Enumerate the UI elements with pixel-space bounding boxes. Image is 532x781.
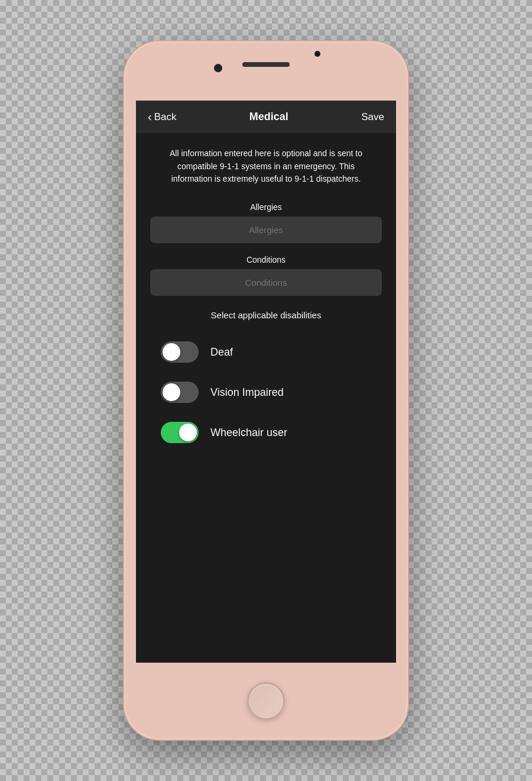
screen-content: All information entered here is optional… bbox=[136, 133, 396, 663]
save-button[interactable]: Save bbox=[361, 111, 384, 123]
deaf-toggle-item: Deaf bbox=[156, 332, 376, 372]
back-chevron-icon: ‹ bbox=[148, 110, 152, 124]
phone-bottom bbox=[124, 663, 408, 740]
allergies-section: Allergies bbox=[150, 202, 382, 243]
speaker bbox=[242, 62, 290, 67]
phone-device: ‹ Back Medical Save All information ente… bbox=[124, 41, 408, 740]
vision-impaired-toggle-knob bbox=[163, 383, 180, 401]
wheelchair-toggle-knob bbox=[179, 424, 197, 441]
vision-impaired-toggle-item: Vision Impaired bbox=[156, 372, 376, 412]
allergies-label: Allergies bbox=[150, 202, 382, 212]
back-button[interactable]: ‹ Back bbox=[148, 110, 176, 124]
camera-icon bbox=[214, 64, 222, 72]
vision-impaired-toggle[interactable] bbox=[161, 382, 199, 403]
back-label: Back bbox=[154, 111, 177, 123]
allergies-input[interactable] bbox=[150, 217, 382, 243]
phone-screen: ‹ Back Medical Save All information ente… bbox=[136, 101, 396, 663]
home-button[interactable] bbox=[247, 682, 285, 720]
nav-bar: ‹ Back Medical Save bbox=[136, 101, 396, 133]
deaf-label: Deaf bbox=[210, 346, 233, 359]
page-title: Medical bbox=[249, 111, 288, 123]
info-text: All information entered here is optional… bbox=[150, 147, 382, 186]
disabilities-label: Select applicable disabilities bbox=[150, 310, 382, 320]
wheelchair-toggle[interactable] bbox=[161, 422, 199, 443]
deaf-toggle[interactable] bbox=[161, 341, 199, 363]
deaf-toggle-knob bbox=[163, 343, 180, 361]
wheelchair-toggle-item: Wheelchair user bbox=[156, 412, 376, 453]
disabilities-list: Deaf Vision Impaired Wheelchair user bbox=[150, 332, 382, 453]
conditions-section: Conditions bbox=[150, 255, 382, 296]
selfie-camera-icon bbox=[314, 51, 320, 57]
conditions-label: Conditions bbox=[150, 255, 382, 264]
vision-impaired-label: Vision Impaired bbox=[210, 386, 284, 399]
conditions-input[interactable] bbox=[150, 269, 382, 296]
phone-top bbox=[124, 41, 408, 101]
wheelchair-label: Wheelchair user bbox=[210, 427, 287, 439]
